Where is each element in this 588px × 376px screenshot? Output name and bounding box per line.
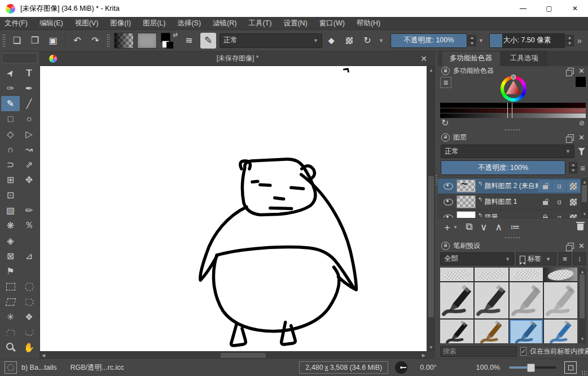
toolbar-overflow-button[interactable]: » (577, 36, 582, 45)
edit-shapes-tool[interactable]: ✑ (1, 81, 20, 96)
color-history-button[interactable]: ≣ (440, 77, 451, 88)
measure-tool[interactable]: ⊠ (1, 248, 20, 264)
brush-preset[interactable] (440, 320, 473, 343)
float-docker-icon[interactable] (568, 243, 574, 249)
menu-item[interactable]: 帮助(H) (357, 19, 380, 28)
zoom-tool[interactable] (1, 340, 20, 355)
color-sampler-tool[interactable]: ✏ (20, 203, 38, 218)
reference-images-tool[interactable]: ⚑ (1, 264, 20, 279)
horizontal-scrollbar[interactable]: ◀ ▶ (40, 351, 427, 359)
layer-visibility-icon[interactable] (444, 215, 453, 218)
dynamic-brush-tool[interactable]: ⊃ (1, 157, 20, 172)
opacity-spinner[interactable]: ▲▼ (468, 35, 476, 46)
brush-search-input[interactable] (440, 346, 517, 357)
layer-thumbnail[interactable] (457, 180, 476, 193)
brush-preset[interactable] (510, 268, 543, 281)
layer-name[interactable]: 背景 (484, 213, 538, 218)
tab-advanced-color-selector[interactable]: 多功能拾色器 (441, 51, 501, 66)
brush-size-slider[interactable]: 大小: 7.50 像素 (489, 33, 565, 48)
docker-resize-handle[interactable]: •••••• (438, 128, 588, 132)
chevron-down-icon[interactable]: ▼ (379, 38, 384, 43)
ellipse-tool[interactable]: ○ (20, 111, 38, 126)
layer-visibility-icon[interactable] (444, 199, 453, 206)
brush-filter-dropdown[interactable]: 全部▼ (440, 252, 514, 265)
polyline-tool[interactable]: ▷ (20, 126, 38, 142)
layer-opacity-slider[interactable]: 不透明度: 100% (441, 160, 565, 175)
layer-blend-mode-dropdown[interactable]: 正常▼ (441, 145, 574, 158)
hue-slider[interactable] (440, 103, 586, 107)
brush-scrollbar[interactable]: ▲ ▼ (578, 268, 586, 343)
multibrush-tool[interactable]: ⇗ (20, 157, 38, 172)
move-layer-down-button[interactable]: ∨ (480, 221, 487, 233)
close-docker-icon[interactable]: ✕ (578, 134, 585, 141)
brush-preset-hint[interactable]: b) Ba...tails (21, 364, 57, 371)
alpha-lock-icon[interactable]: α (552, 196, 566, 208)
selection-display-button[interactable] (5, 361, 17, 374)
inherit-alpha-icon[interactable] (567, 180, 580, 192)
layer-thumbnail[interactable] (457, 211, 476, 218)
text-tool[interactable]: T (20, 65, 38, 81)
filter-icon[interactable] (578, 148, 585, 155)
layer-row[interactable]: ↰ 颜料图层 2 (来自粘贴) α (438, 178, 588, 194)
ellipse-select-tool[interactable] (20, 279, 38, 294)
tool-button[interactable] (20, 233, 38, 248)
menu-item[interactable]: 图像(I) (110, 19, 131, 28)
display-mode-button[interactable]: ≡ (559, 252, 571, 265)
pan-tool[interactable]: ✋ (20, 340, 38, 355)
layer-lock-icon[interactable] (538, 180, 552, 192)
menu-item[interactable]: 滤镜(R) (213, 19, 236, 28)
layer-row[interactable]: ↰ 背景 α (438, 210, 588, 218)
freehand-brush-tool[interactable]: ✎ (1, 96, 20, 111)
redo-button[interactable]: ↷ (88, 33, 103, 48)
tool-button[interactable] (20, 264, 38, 279)
saturation-slider[interactable] (440, 108, 586, 113)
toolbar-grip[interactable] (2, 34, 6, 47)
size-spinner[interactable]: ▲▼ (565, 35, 574, 46)
layer-properties-button[interactable]: ≔ (510, 221, 520, 233)
new-document-button[interactable]: ❏ (10, 33, 24, 48)
color-component-sliders[interactable] (440, 103, 586, 118)
duplicate-layer-button[interactable]: ⧉ (466, 221, 472, 233)
menu-item[interactable]: 图层(L) (143, 19, 165, 28)
zoom-percentage[interactable]: 100.0% (476, 364, 500, 371)
save-button[interactable]: ▣ (46, 33, 60, 48)
horizontal-scrollbar-thumb[interactable] (221, 353, 266, 358)
brush-preset[interactable] (544, 320, 577, 343)
menu-item[interactable]: 文件(F) (5, 19, 28, 28)
open-document-button[interactable]: ❒ (28, 33, 42, 48)
close-docker-icon[interactable]: ✕ (578, 67, 585, 75)
window-resize-grip[interactable] (581, 370, 587, 376)
menu-item[interactable]: 设置(N) (283, 19, 307, 28)
alpha-lock-icon[interactable]: α (552, 212, 566, 218)
scroll-up-icon[interactable]: ▲ (580, 269, 585, 274)
vertical-scrollbar-thumb[interactable] (428, 176, 434, 317)
inherit-alpha-icon[interactable] (567, 212, 580, 218)
fill-tool[interactable]: ◈ (1, 233, 20, 248)
bezier-curve-tool[interactable]: ∩ (1, 142, 20, 157)
scroll-down-icon[interactable]: ▼ (429, 345, 433, 350)
close-docker-icon[interactable]: ✕ (578, 242, 585, 250)
zoom-fit-button[interactable] (564, 361, 577, 374)
foreground-background-colors[interactable]: ⇄ (161, 33, 178, 49)
brush-scrollbar-thumb[interactable] (580, 274, 585, 318)
brush-preset[interactable] (510, 282, 543, 318)
menu-item[interactable]: 工具(T) (248, 19, 271, 28)
close-button[interactable]: ✕ (562, 0, 588, 17)
smart-patch-tool[interactable]: ❋ (1, 218, 20, 233)
canvas[interactable] (40, 66, 427, 352)
refresh-colors-icon[interactable]: ↻ (441, 117, 449, 128)
tool-button[interactable] (20, 187, 38, 203)
zoom-slider[interactable] (509, 366, 556, 369)
line-tool[interactable]: ╱ (20, 96, 38, 111)
brush-preset[interactable] (510, 320, 543, 343)
brush-preset[interactable] (440, 282, 473, 318)
scroll-down-icon[interactable]: ▼ (580, 336, 585, 342)
close-document-icon[interactable]: ✕ (420, 54, 427, 63)
toolbar-grip[interactable] (107, 34, 110, 47)
brush-preset[interactable] (440, 268, 473, 281)
hue-handle[interactable] (511, 75, 516, 80)
tag-button[interactable]: 标签 ▼ (516, 252, 556, 265)
zoom-slider-handle[interactable] (527, 364, 535, 372)
maximize-button[interactable]: ▢ (536, 0, 562, 17)
pattern-swatch-button[interactable] (137, 33, 157, 49)
